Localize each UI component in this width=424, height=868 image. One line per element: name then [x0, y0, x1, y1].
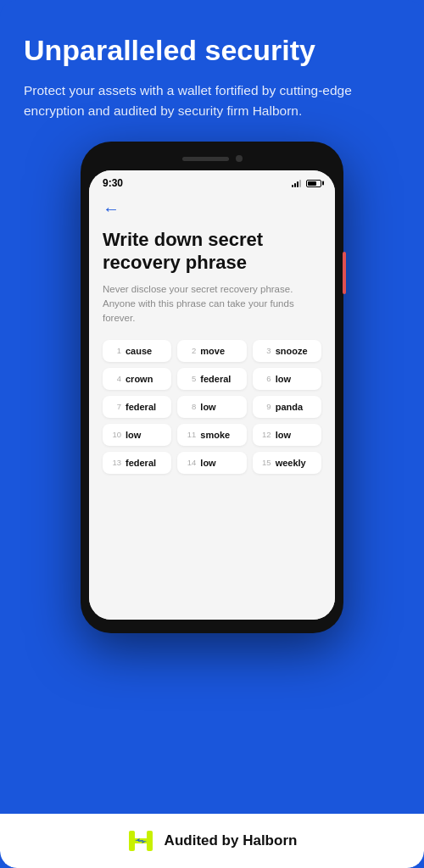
seed-word: cause — [126, 346, 152, 356]
seed-item: 13federal — [103, 452, 171, 474]
battery-icon — [306, 180, 321, 187]
seed-word: low — [276, 430, 291, 440]
screen-title: Write down secret recovery phrase — [103, 229, 321, 274]
seed-word: panda — [276, 402, 303, 412]
seed-item: 8low — [177, 396, 246, 418]
seed-word: move — [200, 346, 225, 356]
seed-number: 13 — [109, 458, 121, 467]
seed-word: low — [200, 402, 215, 412]
halborn-logo-icon — [127, 829, 154, 853]
footer-text: Audited by Halborn — [165, 832, 298, 849]
seed-word: smoke — [200, 430, 230, 440]
seed-number: 2 — [184, 346, 196, 355]
phone-screen: 9:30 ← Write down secret recovery phrase — [89, 170, 335, 620]
seed-number: 10 — [109, 430, 121, 439]
seed-number: 14 — [184, 458, 196, 467]
seed-item: 15weekly — [253, 452, 321, 474]
seed-word: low — [126, 430, 141, 440]
seed-number: 5 — [184, 374, 196, 383]
seed-number: 9 — [259, 402, 271, 411]
page-title: Unparalleled security — [24, 34, 400, 67]
seed-number: 12 — [259, 430, 271, 439]
header-section: Unparalleled security Protect your asset… — [0, 0, 424, 142]
seed-item: 10low — [103, 424, 171, 446]
phone-top-bar — [89, 150, 335, 167]
seed-item: 3snooze — [253, 340, 321, 362]
signal-icon — [292, 179, 301, 187]
status-icons — [292, 179, 321, 187]
seed-item: 1cause — [103, 340, 171, 362]
screen-subtitle: Never disclose your secret recovery phra… — [103, 282, 321, 326]
seed-item: 14low — [177, 452, 246, 474]
seed-item: 9panda — [253, 396, 321, 418]
seed-number: 11 — [184, 430, 196, 439]
seed-item: 7federal — [103, 396, 171, 418]
seed-item: 5federal — [177, 368, 246, 390]
seed-item: 2move — [177, 340, 246, 362]
seed-word: low — [200, 458, 215, 468]
seed-word: federal — [200, 374, 231, 384]
seed-word: federal — [126, 402, 156, 412]
back-button[interactable]: ← — [103, 199, 321, 219]
seed-item: 12low — [253, 424, 321, 446]
seed-item: 11smoke — [177, 424, 246, 446]
seed-word: federal — [126, 458, 156, 468]
phone-mockup: 9:30 ← Write down secret recovery phrase — [81, 142, 343, 633]
phone-speaker — [182, 157, 229, 161]
status-time: 9:30 — [103, 177, 123, 189]
seed-word: crown — [126, 374, 153, 384]
seed-item: 4crown — [103, 368, 171, 390]
page-subtitle: Protect your assets with a wallet fortif… — [24, 81, 400, 121]
seed-number: 4 — [109, 374, 121, 383]
page-wrapper: Unparalleled security Protect your asset… — [0, 0, 424, 868]
seed-word: low — [276, 374, 291, 384]
seed-number: 1 — [109, 346, 121, 355]
battery-fill — [308, 181, 316, 186]
status-bar: 9:30 — [89, 170, 335, 192]
phone-camera — [236, 155, 243, 162]
seed-word: snooze — [276, 346, 308, 356]
screen-content: ← Write down secret recovery phrase Neve… — [89, 192, 335, 620]
seed-number: 15 — [259, 458, 271, 467]
seed-phrase-grid: 1cause2move3snooze4crown5federal6low7fed… — [103, 340, 321, 474]
seed-item: 6low — [253, 368, 321, 390]
seed-number: 8 — [184, 402, 196, 411]
seed-number: 6 — [259, 374, 271, 383]
seed-number: 7 — [109, 402, 121, 411]
seed-word: weekly — [276, 458, 306, 468]
seed-number: 3 — [259, 346, 271, 355]
phone-container: 9:30 ← Write down secret recovery phrase — [0, 142, 424, 814]
footer: Audited by Halborn — [0, 814, 424, 868]
